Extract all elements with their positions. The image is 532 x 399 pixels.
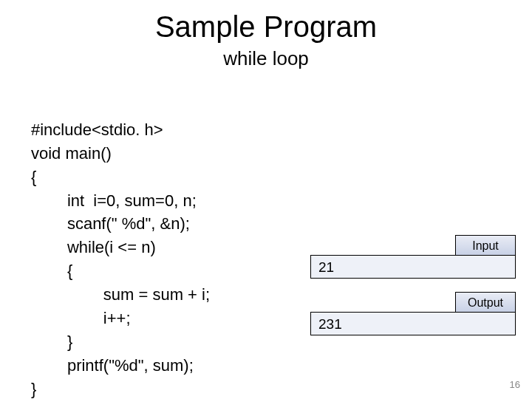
output-value: 231: [310, 312, 516, 335]
code-line: #include<stdio. h>: [31, 120, 163, 139]
output-label: Output: [455, 292, 516, 313]
io-panel: Input 21 Output 231: [310, 235, 516, 335]
input-value: 21: [310, 255, 516, 279]
slide-subtitle: while loop: [0, 47, 532, 70]
input-label: Input: [455, 235, 516, 256]
code-line: while(i <= n): [31, 238, 156, 256]
code-line: printf("%d", sum);: [31, 356, 194, 375]
code-line: i++;: [31, 309, 131, 327]
code-block: #include<stdio. h> void main() { int i=0…: [31, 95, 210, 399]
code-line: {: [31, 262, 72, 280]
code-line: sum = sum + i;: [31, 285, 210, 304]
slide: Sample Program while loop #include<stdio…: [0, 0, 532, 399]
code-line: }: [31, 380, 36, 398]
code-line: scanf(" %d", &n);: [31, 214, 190, 233]
slide-title: Sample Program: [0, 10, 532, 44]
code-line: {: [31, 168, 36, 186]
code-line: void main(): [31, 144, 112, 163]
code-line: }: [31, 332, 72, 351]
code-line: int i=0, sum=0, n;: [31, 191, 197, 210]
page-number: 16: [510, 379, 520, 390]
